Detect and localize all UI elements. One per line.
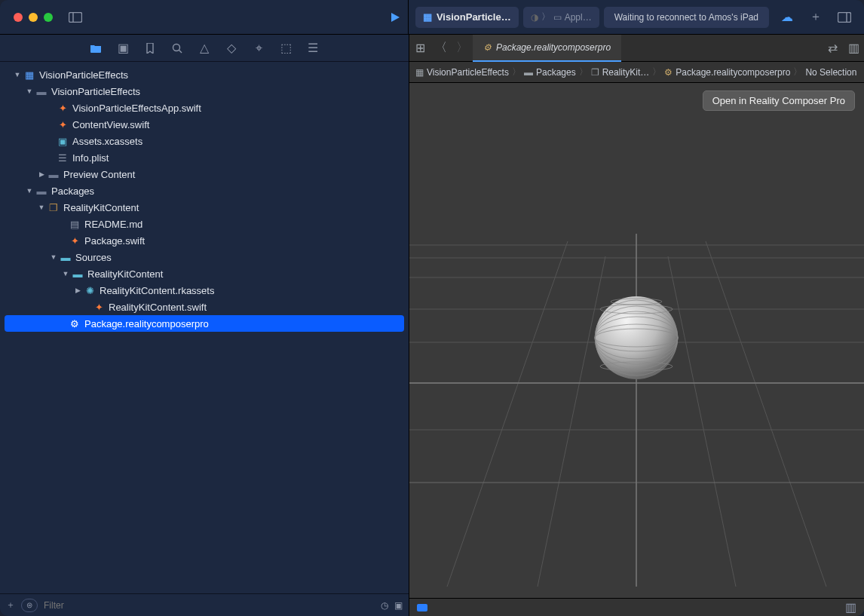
tree-package[interactable]: ▼❐RealityKitContent [0,199,409,216]
tree-file[interactable]: ▤README.md [0,216,409,232]
folder-icon: ▬ [35,86,48,97]
open-rcp-label: Open in Reality Composer Pro [712,95,845,106]
source-control-navigator-tab[interactable]: ▣ [115,41,130,56]
related-items-button[interactable]: ⊞ [409,41,430,55]
tree-label: RealityKitContent.rkassets [100,285,214,296]
folder-icon: ▬ [47,169,60,180]
tree-file[interactable]: ▣Assets.xcassets [0,133,409,149]
find-navigator-tab[interactable] [170,41,185,56]
run-button[interactable] [383,5,407,29]
folder-icon: ▬ [524,67,533,78]
tree-label: RealityKitContent.swift [109,302,207,313]
jump-item[interactable]: RealityKit… [602,67,650,78]
tree-group[interactable]: ▼▬VisionParticleEffects [0,83,409,100]
zoom-window-button[interactable] [44,13,53,22]
activity-status: Waiting to reconnect to Amos's iPad [604,7,769,28]
rcp-icon: ⚙︎ [483,42,492,53]
navigator-sidebar: ▣ △ ◇ ⌖ ⬚ ☰ ▼▦VisionParticleEffects ▼▬Vi… [0,35,409,616]
recent-filter-button[interactable]: ◷ [381,600,388,611]
svg-rect-0 [69,12,82,22]
tree-file[interactable]: ✦RealityKitContent.swift [0,299,409,315]
package-icon: ❐ [591,67,599,78]
editor-footer: ▥ [409,598,864,616]
history-forward-button[interactable]: 〉 [452,40,473,56]
tree-file-selected[interactable]: ⚙︎Package.realitycomposerpro [5,315,404,332]
tree-file[interactable]: ✦Package.swift [0,232,409,249]
toggle-debug-area-button[interactable]: ▥ [845,600,856,614]
jump-item[interactable]: No Selection [805,67,856,78]
tree-file[interactable]: ✦VisionParticleEffectsApp.swift [0,100,409,116]
code-review-button[interactable]: ⇄ [822,41,843,55]
cloud-button[interactable]: ☁︎ [775,5,799,29]
tree-group[interactable]: ▶▬Preview Content [0,166,409,182]
tree-label: VisionParticleEffects [51,86,140,97]
scm-filter-button[interactable]: ▣ [394,600,403,611]
jump-item[interactable]: Packages [536,67,576,78]
project-icon: ▦ [23,69,36,81]
toggle-sidebar-button[interactable] [63,5,87,29]
tab-label: Package.realitycomposerpro [496,42,611,53]
rkassets-icon: ✺ [83,285,97,296]
tree-label: Package.realitycomposerpro [84,318,209,329]
close-window-button[interactable] [14,13,23,22]
file-tree[interactable]: ▼▦VisionParticleEffects ▼▬VisionParticle… [0,62,409,593]
tree-file[interactable]: ✦ContentView.swift [0,116,409,133]
scheme-label: VisionParticle… [437,11,511,23]
filter-bar: ＋ ⊜ ◷ ▣ [0,593,409,616]
tree-file[interactable]: ☰Info.plist [0,149,409,166]
tree-label: Sources [75,252,112,263]
rcp-icon: ⚙︎ [68,318,81,329]
tree-group[interactable]: ▼▬Packages [0,182,409,199]
source-folder-icon: ▬ [59,252,72,263]
swift-icon: ✦ [56,119,69,130]
add-files-button[interactable]: ＋ [6,599,15,611]
adjust-editor-button[interactable]: ▥ [843,41,864,55]
svg-rect-2 [838,12,851,22]
jump-item[interactable]: VisionParticleEffects [427,67,509,78]
debug-navigator-tab[interactable]: ⌖ [251,41,266,56]
svg-point-21 [595,296,678,379]
tree-label: ContentView.swift [72,119,149,130]
jump-bar[interactable]: ▦ VisionParticleEffects〉 ▬ Packages〉 ❐ R… [409,62,864,83]
minimize-window-button[interactable] [29,13,38,22]
svg-line-5 [179,50,182,53]
titlebar: ▦ VisionParticle… ◑〉 ▭ Appl… Waiting to … [0,0,864,35]
report-navigator-tab[interactable]: ☰ [305,41,320,56]
tree-group[interactable]: ▼▬RealityKitContent [0,265,409,282]
tree-label: Package.swift [84,235,145,247]
tree-group[interactable]: ▼▬Sources [0,249,409,265]
tree-label: README.md [84,219,142,230]
scheme-selector[interactable]: ▦ VisionParticle… [415,7,519,28]
tree-label: RealityKitContent [87,268,163,280]
tree-project-root[interactable]: ▼▦VisionParticleEffects [0,66,409,83]
assets-icon: ▣ [56,136,69,147]
open-reality-composer-button[interactable]: Open in Reality Composer Pro [703,90,855,111]
tree-label: Assets.xcassets [72,136,142,147]
test-navigator-tab[interactable]: ◇ [224,41,239,56]
issue-navigator-tab[interactable]: △ [197,41,212,56]
editor-tab[interactable]: ⚙︎ Package.realitycomposerpro [473,35,621,62]
add-button[interactable]: ＋ [804,5,828,29]
filter-input[interactable] [44,600,375,611]
editor-area: ⊞ 〈 〉 ⚙︎ Package.realitycomposerpro ⇄ ▥ … [409,35,864,616]
toggle-inspectors-button[interactable] [832,5,856,29]
viewport-3d[interactable]: Open in Reality Composer Pro [409,83,864,598]
tree-file[interactable]: ▶✺RealityKitContent.rkassets [0,282,409,299]
swift-icon: ✦ [56,103,69,114]
swift-icon: ✦ [68,235,81,247]
history-back-button[interactable]: 〈 [430,40,452,56]
rcp-icon: ⚙︎ [664,67,673,78]
project-navigator-tab[interactable] [88,41,103,56]
goggles-icon: ▭ [553,12,562,23]
jump-item[interactable]: Package.realitycomposerpro [676,67,790,78]
bookmark-navigator-tab[interactable] [142,41,158,56]
tree-label: VisionParticleEffects [39,69,128,81]
filter-scope-button[interactable]: ⊜ [21,599,38,612]
swift-icon: ✦ [92,302,106,313]
tree-label: VisionParticleEffectsApp.swift [72,103,201,114]
folder-icon: ▬ [35,185,48,197]
breakpoint-navigator-tab[interactable]: ⬚ [278,41,293,56]
selection-indicator [417,604,427,611]
run-destination[interactable]: ◑〉 ▭ Appl… [523,7,599,28]
window-controls [0,13,63,22]
